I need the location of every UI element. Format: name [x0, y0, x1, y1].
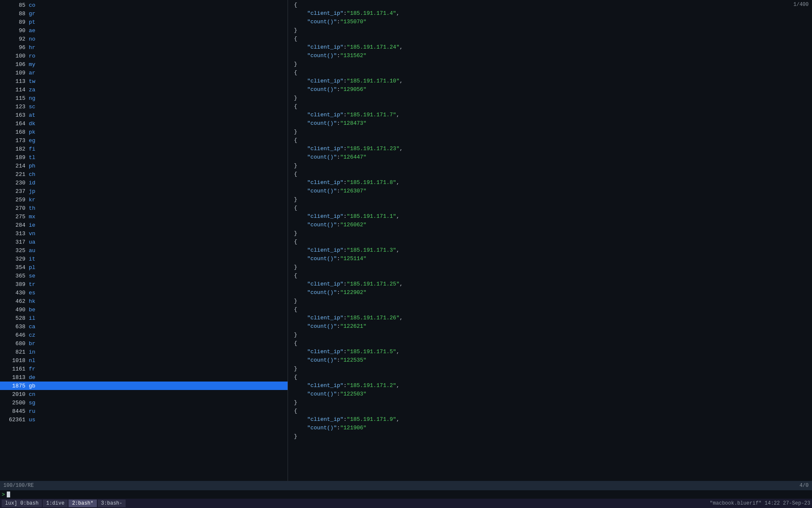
table-row[interactable]: 821in — [0, 348, 288, 356]
row-count: 646 — [3, 332, 29, 338]
json-count-line: "count()": "122621" — [292, 322, 812, 331]
table-row[interactable]: 275mx — [0, 212, 288, 221]
table-row[interactable]: 89pt — [0, 18, 288, 26]
status-left: 100/100/RE — [3, 483, 34, 489]
table-row[interactable]: 88gr — [0, 9, 288, 18]
json-key: "client_ip" — [307, 415, 343, 424]
table-row[interactable]: 100ro — [0, 52, 288, 60]
tmux-item[interactable]: 2:bash* — [69, 500, 96, 507]
json-value-ip: "185.191.171.4" — [347, 9, 396, 18]
table-row[interactable]: 173eg — [0, 136, 288, 145]
json-close-brace: } — [292, 398, 812, 407]
status-left-text: 100/100/RE — [3, 483, 34, 489]
table-row[interactable]: 354pl — [0, 263, 288, 272]
row-code: br — [29, 340, 46, 347]
table-row[interactable]: 638ca — [0, 322, 288, 331]
json-colon: : — [343, 314, 347, 322]
json-client-ip-line: "client_ip": "185.191.171.1", — [292, 212, 812, 221]
row-count: 462 — [3, 298, 29, 305]
table-row[interactable]: 284ie — [0, 221, 288, 229]
row-count: 164 — [3, 121, 29, 127]
json-count-line: "count()": "126307" — [292, 187, 812, 195]
row-code: ua — [29, 239, 46, 245]
table-row[interactable]: 115ng — [0, 94, 288, 102]
json-key: "client_ip" — [307, 348, 343, 356]
json-client-ip-line: "client_ip": "185.191.171.4", — [292, 9, 812, 18]
table-row[interactable]: 313vn — [0, 229, 288, 238]
row-count: 214 — [3, 163, 29, 169]
table-row[interactable]: 528il — [0, 314, 288, 322]
table-row[interactable]: 646cz — [0, 331, 288, 339]
table-row[interactable]: 92no — [0, 35, 288, 43]
table-row[interactable]: 270th — [0, 204, 288, 212]
table-row[interactable]: 8445ru — [0, 407, 288, 415]
json-client-ip-line: "client_ip": "185.191.171.3", — [292, 246, 812, 255]
table-row[interactable]: 365se — [0, 272, 288, 280]
left-table: 85co88gr89pt90ae92no96hr100ro106my109ar1… — [0, 0, 288, 425]
table-row[interactable]: 1018nl — [0, 356, 288, 365]
table-row[interactable]: 237jp — [0, 187, 288, 195]
row-count: 114 — [3, 87, 29, 93]
table-row[interactable]: 329it — [0, 255, 288, 263]
row-code: mx — [29, 214, 46, 220]
table-row[interactable]: 389tr — [0, 280, 288, 288]
table-row[interactable]: 123sc — [0, 102, 288, 111]
table-row[interactable]: 462hk — [0, 297, 288, 305]
table-row[interactable]: 680br — [0, 339, 288, 348]
row-count: 89 — [3, 19, 29, 25]
table-row[interactable]: 2010cn — [0, 390, 288, 398]
json-close-brace: } — [292, 263, 812, 272]
table-row[interactable]: 114za — [0, 85, 288, 94]
table-row[interactable]: 163at — [0, 111, 288, 119]
table-row[interactable]: 90ae — [0, 26, 288, 35]
table-row[interactable]: 1875gb — [0, 382, 288, 390]
row-count: 821 — [3, 349, 29, 355]
table-row[interactable]: 221ch — [0, 170, 288, 178]
table-row[interactable]: 2500sg — [0, 398, 288, 407]
json-colon: : — [343, 178, 347, 187]
json-value-count: "128473" — [340, 119, 366, 128]
json-colon: : — [343, 212, 347, 221]
table-row[interactable]: 325au — [0, 246, 288, 255]
json-close-brace: } — [292, 432, 812, 441]
table-row[interactable]: 1161fr — [0, 365, 288, 373]
tmux-item[interactable]: lux] 0:bash — [2, 500, 42, 507]
row-count: 270 — [3, 205, 29, 211]
tmux-item[interactable]: 3:bash- — [98, 500, 126, 507]
table-row[interactable]: 109ar — [0, 69, 288, 77]
table-row[interactable]: 430es — [0, 288, 288, 297]
table-row[interactable]: 85co — [0, 1, 288, 9]
table-row[interactable]: 259kr — [0, 195, 288, 204]
row-count: 329 — [3, 256, 29, 262]
table-row[interactable]: 164dk — [0, 119, 288, 128]
top-right-badge: 1/400 — [793, 2, 809, 8]
json-close-brace: } — [292, 195, 812, 204]
table-row[interactable]: 214ph — [0, 162, 288, 170]
table-row[interactable]: 230id — [0, 178, 288, 187]
json-key-count: "count()" — [307, 85, 337, 94]
json-count-line: "count()": "126447" — [292, 153, 812, 162]
row-count: 163 — [3, 112, 29, 118]
row-count: 8445 — [3, 408, 29, 415]
table-row[interactable]: 317ua — [0, 238, 288, 246]
table-row[interactable]: 168pk — [0, 128, 288, 136]
json-colon: : — [337, 52, 340, 60]
row-count: 182 — [3, 146, 29, 152]
json-value-ip: "185.191.171.1" — [347, 212, 396, 221]
table-row[interactable]: 490be — [0, 305, 288, 314]
table-row[interactable]: 96hr — [0, 43, 288, 52]
table-row[interactable]: 1813de — [0, 373, 288, 382]
tmux-item[interactable]: 1:dive — [43, 500, 68, 507]
row-code: pl — [29, 264, 46, 271]
row-count: 123 — [3, 104, 29, 110]
table-row[interactable]: 106my — [0, 60, 288, 69]
json-open-brace: { — [292, 102, 812, 111]
json-key: "client_ip" — [307, 246, 343, 255]
table-row[interactable]: 62361us — [0, 415, 288, 424]
table-row[interactable]: 113tw — [0, 77, 288, 85]
json-colon: : — [337, 255, 340, 263]
table-row[interactable]: 182fi — [0, 145, 288, 153]
row-count: 115 — [3, 95, 29, 102]
table-row[interactable]: 189tl — [0, 153, 288, 162]
row-code: ae — [29, 27, 46, 34]
